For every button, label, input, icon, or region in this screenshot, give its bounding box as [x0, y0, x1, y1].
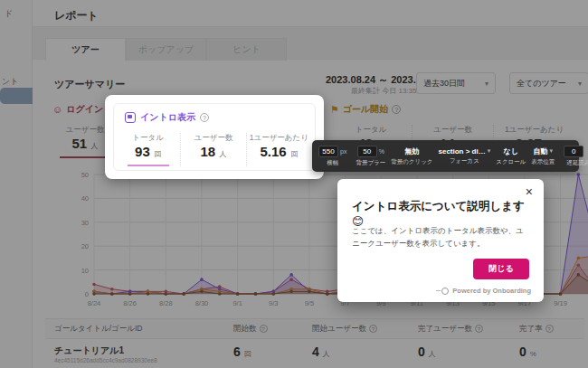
metric-value: 93	[135, 144, 150, 159]
close-icon[interactable]: ×	[526, 184, 533, 199]
position-setting[interactable]: 自動▾ 表示位置	[528, 140, 557, 172]
background-click-label: 背景のクリック	[391, 158, 432, 166]
background-click-setting[interactable]: 無効 背景のクリック	[388, 140, 435, 172]
delay-setting: ミリ秒 遅延読み込み	[561, 140, 588, 172]
metric-unit: 人	[220, 150, 227, 158]
width-unit: px	[340, 148, 346, 155]
onboarding-logo-icon	[436, 288, 449, 295]
powered-by-text: Powered by Onboarding	[452, 287, 531, 295]
metric-label: ユーザー数	[181, 133, 245, 144]
app-window: ド ント レポート ツアー ポップアップ ヒント ツアーサマリー 2023.08…	[0, 0, 588, 368]
background-blur-setting: % 背景ブラー	[353, 140, 388, 172]
blur-input[interactable]	[357, 146, 377, 157]
focus-value: section > di…	[438, 147, 485, 156]
delay-label: 遅延読み込み	[566, 159, 588, 167]
metric-label: 1ユーザーあたり	[247, 133, 311, 144]
powered-by[interactable]: Powered by Onboarding	[436, 287, 531, 295]
metric-unit: 回	[154, 150, 161, 158]
help-icon[interactable]: ?	[200, 113, 209, 122]
metric-label: トータル	[116, 133, 180, 144]
background-click-value: 無効	[404, 146, 419, 156]
metric-value: 18	[200, 144, 215, 159]
metric-unit: 回	[290, 150, 298, 158]
chevron-down-icon: ▾	[488, 147, 491, 155]
scroll-label: スクロール	[496, 158, 526, 166]
width-input[interactable]	[318, 146, 338, 157]
chevron-down-icon: ▾	[550, 147, 554, 155]
step-settings-toolbar: px 横幅 % 背景ブラー 無効 背景のクリック section > di…▾ …	[312, 140, 579, 172]
stat-card-intro: イントロ表示 ? トータル 93 回 ユーザー数 18 人 1ユーザーあたり	[113, 103, 316, 171]
stat-card-intro-label: イントロ表示	[140, 111, 195, 124]
metric-value: 5.16	[260, 144, 286, 159]
blur-label: 背景ブラー	[356, 159, 385, 167]
scroll-setting[interactable]: なし スクロール	[493, 140, 528, 172]
width-setting: px 横幅	[316, 140, 349, 172]
metric-underline	[128, 165, 169, 166]
focus-setting[interactable]: section > di…▾ フォーカス	[435, 140, 493, 172]
focus-label: フォーカス	[450, 157, 479, 165]
delay-input[interactable]	[564, 146, 583, 157]
position-value: 自動	[534, 146, 548, 156]
scroll-value: なし	[504, 146, 518, 156]
intro-display-icon	[125, 112, 136, 123]
onboarding-dialog: × イントロ表示について説明します😊 ここでは、イントロ表示のトータル表示数や、…	[337, 179, 544, 302]
blur-unit: %	[379, 148, 384, 155]
width-label: 横幅	[327, 159, 338, 167]
dialog-body: ここでは、イントロ表示のトータル表示数や、ユニークユーザー数を表示しています。	[352, 224, 529, 250]
position-label: 表示位置	[531, 158, 555, 166]
dialog-close-button[interactable]: 閉じる	[473, 259, 529, 279]
spotlight-intro-card: イントロ表示 ? トータル 93 回 ユーザー数 18 人 1ユーザーあたり	[105, 95, 324, 179]
